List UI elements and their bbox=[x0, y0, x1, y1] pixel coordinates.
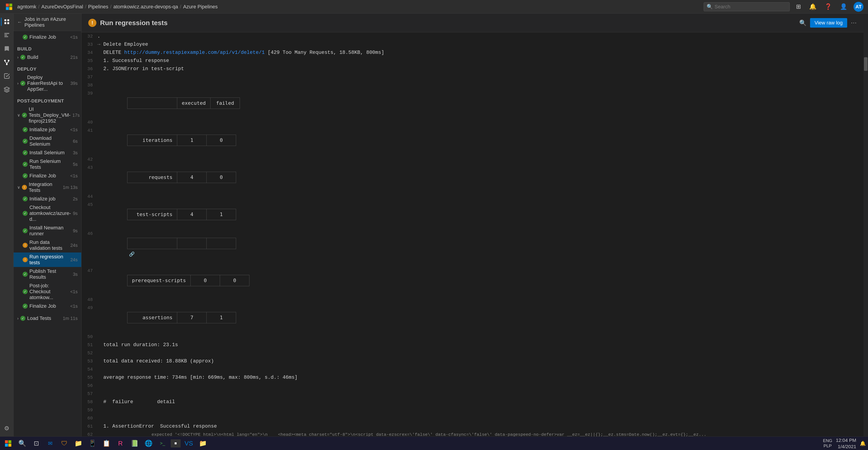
svg-rect-4 bbox=[4, 20, 6, 21]
taskbar-search-button[interactable]: 🔍 bbox=[16, 438, 28, 449]
breadcrumb-pipeline-name[interactable]: atomkowicz.azure-devops-qa bbox=[114, 4, 178, 10]
svg-point-8 bbox=[4, 60, 6, 61]
sidebar-item-ui-tests[interactable]: ∨ ✓ UI Tests_Deploy_VM-finproj21952 17s bbox=[13, 105, 81, 125]
breadcrumb-current[interactable]: Azure Pipelines bbox=[183, 4, 218, 10]
sidebar-item-load-tests[interactable]: › ✓ Load Tests 1m 11s bbox=[13, 314, 81, 323]
taskbar-terminal[interactable]: >_ bbox=[157, 438, 168, 449]
sidebar-item-run-data-validation[interactable]: ! Run data validation tests 24s bbox=[13, 238, 81, 253]
item-time: 39s bbox=[70, 81, 78, 86]
status-icon-success: ✓ bbox=[20, 316, 25, 321]
taskbar-vscode[interactable]: VS bbox=[183, 438, 195, 449]
link-icon[interactable]: 🔗 bbox=[129, 252, 135, 257]
log-line: 33 → Delete Employee bbox=[82, 40, 864, 49]
item-label: UI Tests_Deploy_VM-finproj21952 bbox=[29, 106, 71, 124]
taskbar-outlook[interactable]: ✉ bbox=[44, 438, 56, 449]
activity-artifacts[interactable] bbox=[1, 84, 13, 95]
log-line: 40 bbox=[82, 118, 864, 126]
sidebar-item-publish-test-results[interactable]: ✓ Publish Test Results 3s bbox=[13, 267, 81, 282]
activity-testplans[interactable] bbox=[1, 70, 13, 82]
status-icon-success: ✓ bbox=[23, 196, 28, 201]
back-button[interactable]: ← bbox=[17, 19, 22, 25]
activity-repos[interactable] bbox=[1, 43, 13, 55]
sidebar-build-section: Build › ✓ Build 21s bbox=[13, 43, 81, 63]
sidebar-item-run-regression[interactable]: ! Run regression tests 24s bbox=[13, 253, 81, 267]
status-icon-success: ✓ bbox=[23, 211, 28, 216]
log-search-icon[interactable]: 🔍 bbox=[799, 20, 806, 27]
page-title: Run regression tests bbox=[100, 19, 796, 27]
log-line-table: 45 test-scripts41 bbox=[82, 201, 864, 230]
activity-home[interactable] bbox=[1, 16, 13, 28]
sidebar-item-finalize-1[interactable]: ✓ Finalize Job <1s bbox=[13, 171, 81, 180]
bell-icon[interactable]: 🔔 bbox=[807, 2, 818, 11]
breadcrumb-org[interactable]: agntomk bbox=[17, 4, 36, 10]
activity-boards[interactable] bbox=[1, 29, 13, 41]
help-icon[interactable]: ❓ bbox=[823, 2, 834, 11]
taskbar-teams[interactable]: 📱 bbox=[87, 438, 98, 449]
sidebar-item-install-newman[interactable]: ✓ Install Newman runner 9s bbox=[13, 224, 81, 238]
postdeploy-label: Post-deployment bbox=[13, 97, 81, 105]
status-icon-success: ✓ bbox=[23, 150, 28, 155]
status-icon-success: ✓ bbox=[23, 272, 28, 277]
svg-line-11 bbox=[5, 61, 6, 63]
item-label: Checkout atomkowicz/azure-d... bbox=[29, 204, 71, 222]
app-logo[interactable] bbox=[4, 2, 13, 11]
svg-rect-0 bbox=[6, 4, 9, 6]
sidebar-item-finalize-job-top[interactable]: ✓ Finalize Job <1s bbox=[13, 33, 81, 41]
taskbar-app7[interactable]: 📗 bbox=[129, 438, 140, 449]
sidebar-item-install-selenium[interactable]: ✓ Install Selenium 3s bbox=[13, 149, 81, 157]
sidebar-item-checkout-atomkowicz[interactable]: ✓ Checkout atomkowicz/azure-d... 9s bbox=[13, 203, 81, 224]
log-line: 35 1. Successful response bbox=[82, 57, 864, 65]
taskbar-explorer[interactable]: 📁 bbox=[197, 438, 209, 449]
taskbar-task-view[interactable]: ⊡ bbox=[30, 438, 42, 449]
breadcrumb-pipelines[interactable]: Pipelines bbox=[88, 4, 108, 10]
sidebar-item-run-selenium[interactable]: ✓ Run Selenium Tests 5s bbox=[13, 157, 81, 171]
sidebar-item-build[interactable]: › ✓ Build 21s bbox=[13, 53, 81, 62]
item-time: 3s bbox=[73, 272, 78, 277]
grid-icon[interactable]: ⊞ bbox=[794, 2, 803, 11]
item-time: 1m 11s bbox=[63, 316, 78, 321]
avatar[interactable]: AT bbox=[854, 2, 864, 12]
item-label: Download Selenium bbox=[29, 135, 71, 147]
sidebar-item-post-job-checkout[interactable]: ✓ Post-job: Checkout atomkow... <1s bbox=[13, 282, 81, 302]
log-line: 34 DELETE http://dummy.restapiexample.co… bbox=[82, 49, 864, 57]
log-line-table: 47 prerequest-scripts00 bbox=[82, 267, 864, 296]
more-options-icon[interactable]: ⋯ bbox=[851, 20, 857, 27]
taskbar-terminal2[interactable]: ■ bbox=[170, 439, 181, 448]
taskbar-start-button[interactable] bbox=[2, 438, 14, 449]
taskbar-notification[interactable]: 🔔 bbox=[860, 441, 866, 446]
taskbar-app3[interactable]: 📁 bbox=[72, 438, 84, 449]
log-line: 54 bbox=[82, 365, 864, 374]
status-icon-warning: ! bbox=[23, 257, 28, 262]
log-line: 50 bbox=[82, 333, 864, 341]
log-line: 32 . bbox=[82, 32, 864, 40]
breadcrumb-project[interactable]: AzureDevOpsFinal bbox=[41, 4, 83, 10]
scroll-track[interactable] bbox=[864, 13, 868, 450]
taskbar-rider[interactable]: R bbox=[115, 438, 126, 449]
taskbar-chrome[interactable]: 🌐 bbox=[143, 438, 154, 449]
search-box[interactable]: 🔍 Search bbox=[704, 2, 790, 11]
sidebar-item-init-job-2[interactable]: ✓ Initialize job 2s bbox=[13, 195, 81, 203]
view-raw-log-button[interactable]: View raw log bbox=[810, 18, 847, 28]
activity-bar: ⚙ ⋯ bbox=[0, 13, 13, 450]
item-time: 2s bbox=[73, 196, 78, 201]
sidebar-item-finalize-2[interactable]: ✓ Finalize Job <1s bbox=[13, 302, 81, 311]
activity-settings[interactable]: ⚙ bbox=[1, 422, 13, 434]
log-content[interactable]: 32 . 33 → Delete Employee 34 DELETE http… bbox=[82, 32, 864, 450]
breadcrumb: agntomk / AzureDevOpsFinal / Pipelines /… bbox=[17, 4, 218, 10]
item-label: Integration Tests bbox=[29, 182, 61, 193]
sidebar-item-init-job-1[interactable]: ✓ Initialize job <1s bbox=[13, 125, 81, 134]
log-line: 46 🔗 bbox=[82, 230, 864, 267]
chevron-down-icon: ∨ bbox=[17, 113, 20, 118]
chevron-right-icon: › bbox=[17, 316, 19, 321]
user-icon[interactable]: 👤 bbox=[838, 2, 849, 11]
scroll-thumb[interactable] bbox=[864, 57, 868, 71]
sidebar-item-integration-tests[interactable]: ∨ ! Integration Tests 1m 13s bbox=[13, 180, 81, 195]
sidebar-item-deploy-faker[interactable]: › ✓ Deploy FakerRestApi to AppSer... 39s bbox=[13, 73, 81, 93]
taskbar-app2[interactable]: 🛡 bbox=[58, 438, 70, 449]
log-line: 56 bbox=[82, 382, 864, 390]
log-line-table: 49 assertions71 bbox=[82, 304, 864, 333]
activity-pipelines[interactable] bbox=[1, 57, 13, 68]
item-label: Deploy FakerRestApi to AppSer... bbox=[27, 74, 69, 92]
sidebar-item-download-selenium[interactable]: ✓ Download Selenium 6s bbox=[13, 134, 81, 149]
taskbar-app5[interactable]: 📋 bbox=[100, 438, 112, 449]
